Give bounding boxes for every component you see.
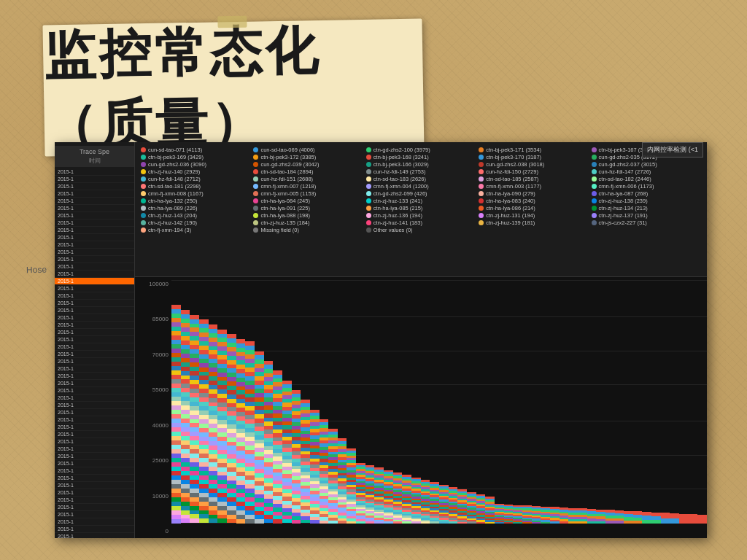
legend-area: cun-sd-tao-071 (4113)cun-sd-tao-069 (400…: [135, 142, 707, 277]
legend-label: ctn-zj-huz-141 (183): [374, 219, 422, 226]
legend-dot: [253, 147, 258, 152]
legend-label: cmn-fj-xmn-005 (1153): [260, 190, 316, 197]
legend-item: ctn-sd-tao-181 (2298): [141, 183, 250, 190]
legend-dot: [141, 198, 146, 203]
bar-col: [596, 281, 605, 524]
bar: [522, 505, 532, 524]
bar-col: [679, 281, 689, 524]
bar-col: [578, 281, 587, 524]
sidebar-row: 2015-1: [55, 533, 134, 538]
bar-col: [532, 281, 541, 524]
legend-item: cun-hz-fdi-150 (2729): [479, 168, 588, 175]
bar: [679, 514, 689, 524]
sidebar-row: 2015-1: [55, 431, 134, 438]
sidebar-row: 2015-1: [55, 467, 134, 475]
sidebar-row: 2015-1: [55, 198, 134, 205]
legend-item: ctn-zj-huz-131 (194): [479, 212, 588, 219]
bar-col: [282, 281, 292, 524]
sidebar-row: 2015-1: [55, 394, 134, 402]
bar: [384, 470, 393, 524]
legend-label: ctn-ha-lya-085 (215): [374, 205, 423, 211]
bar: [495, 504, 504, 524]
legend-dot: [592, 220, 597, 225]
legend-item: cun-sd-tao-071 (4113): [141, 147, 250, 153]
legend-dot: [366, 228, 371, 233]
legend-dot: [479, 155, 484, 160]
legend-item: cmn-fj-xmn-003 (1177): [479, 183, 588, 190]
legend-label: ctn-sd-tao-185 (2587): [486, 176, 538, 182]
y-axis-label: 10000: [135, 493, 171, 499]
legend-dot: [253, 213, 258, 218]
legend-dot: [592, 198, 597, 203]
bar-col: [697, 281, 707, 524]
sidebar-row: 2015-1: [55, 453, 134, 460]
bar-col: [273, 281, 282, 524]
y-axis: 1000008500070000550004000025000100000: [135, 277, 171, 538]
legend-label: ctn-ha-lya-091 (225): [260, 205, 310, 211]
bar-col: [661, 281, 670, 524]
sidebar-row: 2015-1: [55, 402, 134, 409]
legend-item: ctn-bj-pek3-168 (3241): [366, 154, 476, 160]
chart-container: Trace Spe 时间 2015-12015-12015-12015-1201…: [55, 142, 707, 538]
bar-col: [301, 281, 310, 524]
y-axis-label: 40000: [135, 422, 171, 429]
bar: [402, 475, 411, 524]
legend-item: cmn-fj-xmn-007 (1218): [253, 183, 363, 190]
legend-label: ctn-zj-huz-138 (239): [599, 198, 648, 204]
bar-col: [310, 281, 320, 524]
sidebar-row: 2015-1: [55, 518, 134, 526]
bar-col: [384, 281, 393, 524]
sidebar-row: 2015-1: [55, 212, 134, 219]
bar: [605, 510, 615, 524]
legend-item: cun-gd-zhs2-037 (3015): [592, 161, 701, 168]
legend-item: ctn-sd-tao-185 (2587): [479, 176, 588, 182]
legend-item: ctn-bj-pek3-170 (3187): [479, 154, 588, 160]
legend-dot: [253, 184, 258, 189]
sidebar-row: 2015-1: [55, 314, 134, 322]
legend-dot: [592, 169, 597, 174]
legend-label: Other values (0): [374, 227, 413, 233]
bar-col: [430, 281, 439, 524]
bar-col: [255, 281, 264, 524]
bar: [338, 438, 347, 524]
sidebar-row: 2015-1: [55, 526, 134, 533]
legend-label: cun-gd-zhs2-039 (3042): [260, 161, 319, 168]
legend-dot: [479, 213, 484, 218]
bar-col: [245, 281, 255, 524]
bar: [439, 485, 449, 524]
sidebar-row: 2015-1: [55, 227, 134, 234]
legend-dot: [253, 206, 258, 211]
y-axis-label: 0: [135, 528, 171, 534]
legend-label: ctn-zj-huz-143 (204): [148, 212, 197, 219]
legend-label: ctn-js-czx2-227 (31): [599, 219, 647, 226]
legend-item: ctn-ha-lya-085 (215): [366, 205, 476, 211]
sidebar-row: 2015-1: [55, 256, 134, 263]
bar: [689, 514, 698, 524]
legend-label: ctn-zj-huz-136 (194): [374, 212, 422, 219]
sidebar-row: 2015-1: [55, 329, 134, 336]
bar: [449, 487, 458, 524]
legend-item: cun-hz-fdi-147 (2726): [592, 168, 701, 175]
bar-col: [504, 281, 514, 524]
bar: [328, 429, 338, 524]
sidebar-row: 2015-1: [55, 497, 134, 504]
bar: [467, 492, 476, 524]
bar: [568, 508, 578, 524]
legend-item: cmn-fj-xmn-004 (1200): [366, 183, 476, 190]
sidebar-row: 2015-1: [55, 176, 134, 183]
legend-item: ctn-sd-tao-184 (2894): [253, 168, 363, 175]
bar-col: [615, 281, 624, 524]
legend-dot: [253, 176, 258, 182]
bar-col: [689, 281, 698, 524]
bar: [457, 489, 467, 524]
bar-col: [171, 281, 181, 524]
sidebar-row: 2015-1: [55, 336, 134, 343]
legend-dot: [141, 155, 146, 160]
legend-item: ctn-gd-zhs2-100 (3979): [366, 147, 476, 153]
sidebar-row: 2015-1: [55, 416, 134, 424]
sidebar-row: 2015-1: [55, 190, 134, 198]
bar: [190, 315, 199, 524]
legend-dot: [141, 176, 146, 182]
bar: [485, 497, 495, 524]
sidebar-row: 2015-1: [55, 424, 134, 431]
